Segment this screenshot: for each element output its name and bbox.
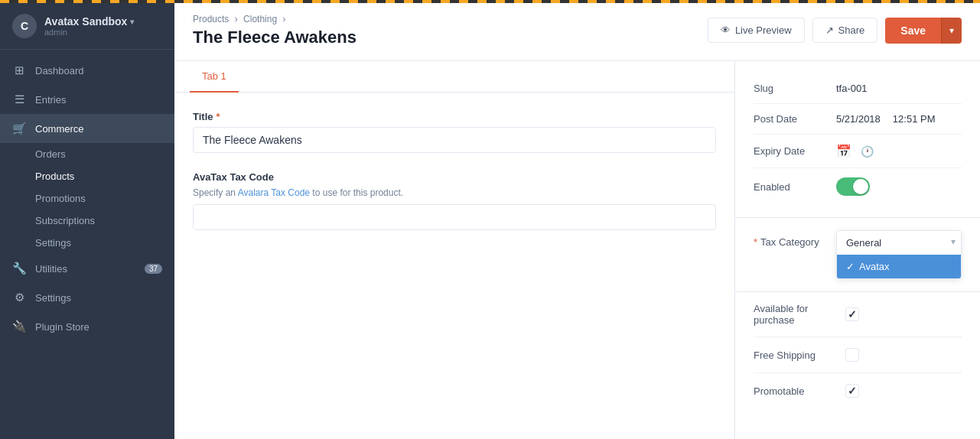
breadcrumb-separator: › <box>235 14 240 24</box>
slug-value: tfa-001 <box>836 83 962 94</box>
eye-icon: 👁 <box>721 24 731 36</box>
promotable-checkbox[interactable]: ✓ <box>845 384 859 398</box>
brand-switcher[interactable]: C Avatax Sandbox ▾ admin <box>0 3 174 50</box>
enabled-row: Enabled <box>754 168 962 205</box>
sidebar-item-label: Settings <box>35 292 71 304</box>
slug-row: Slug tfa-001 <box>754 73 962 104</box>
promotable-label: Promotable <box>754 385 845 397</box>
avatax-helper: Specify an Avalara Tax Code to use for t… <box>193 187 716 198</box>
commerce-icon: 🛒 <box>12 122 26 135</box>
avatax-field-group: AvaTax Tax Code Specify an Avalara Tax C… <box>193 171 716 230</box>
sidebar-item-commerce-settings[interactable]: Settings <box>0 232 174 254</box>
sidebar-item-promotions[interactable]: Promotions <box>0 187 174 210</box>
promotable-row: Promotable ✓ <box>754 373 962 408</box>
available-label: Available for purchase <box>754 303 845 326</box>
sidebar-item-utilities[interactable]: 🔧 Utilities 37 <box>0 254 174 283</box>
free-shipping-row: Free Shipping <box>754 337 962 373</box>
utilities-badge: 37 <box>145 264 162 274</box>
content-area: Tab 1 Title * AvaTax Tax Code Specify an… <box>174 61 980 439</box>
breadcrumb-products[interactable]: Products <box>193 14 229 24</box>
right-panel: Slug tfa-001 Post Date 5/21/2018 12:51 P… <box>735 61 980 439</box>
plugin-icon: 🔌 <box>12 320 26 333</box>
breadcrumb: Products › Clothing › <box>193 14 357 24</box>
avalara-link[interactable]: Avalara Tax Code <box>238 187 310 198</box>
available-checkbox[interactable]: ✓ <box>845 307 859 321</box>
checkmark-icon: ✓ <box>846 261 855 272</box>
clock-icon[interactable]: 🕐 <box>861 145 874 158</box>
checkmark-icon: ✓ <box>848 385 857 397</box>
avatax-input[interactable] <box>193 204 716 230</box>
live-preview-button[interactable]: 👁 Live Preview <box>708 18 805 43</box>
sidebar-item-dashboard[interactable]: ⊞ Dashboard <box>0 56 174 85</box>
sidebar-item-entries[interactable]: ☰ Entries <box>0 85 174 114</box>
tax-option-general[interactable]: General <box>837 231 961 255</box>
slug-label: Slug <box>754 83 830 94</box>
top-stripe <box>0 0 980 3</box>
left-panel: Tab 1 Title * AvaTax Tax Code Specify an… <box>174 61 735 439</box>
tax-category-dropdown: General ✓ Avatax ▾ <box>836 230 962 279</box>
available-row: Available for purchase ✓ <box>754 292 962 337</box>
tab-1[interactable]: Tab 1 <box>190 61 239 93</box>
tax-option-avatax[interactable]: ✓ Avatax <box>837 255 961 278</box>
sidebar-item-settings[interactable]: ⚙ Settings <box>0 283 174 312</box>
save-dropdown-button[interactable]: ▾ <box>941 18 962 44</box>
utilities-icon: 🔧 <box>12 262 26 275</box>
sidebar-item-label: Utilities <box>35 263 67 275</box>
post-date-row: Post Date 5/21/2018 12:51 PM <box>754 104 962 135</box>
meta-section: Slug tfa-001 Post Date 5/21/2018 12:51 P… <box>735 61 980 218</box>
tabs-bar: Tab 1 <box>174 61 734 93</box>
post-date-label: Post Date <box>754 113 830 125</box>
post-date-value: 5/21/2018 12:51 PM <box>836 113 962 125</box>
tax-category-label: Tax Category <box>760 236 819 248</box>
sidebar-item-label: Dashboard <box>35 65 84 76</box>
free-shipping-label: Free Shipping <box>754 350 845 361</box>
chevron-down-icon: ▾ <box>130 18 134 26</box>
commerce-subnav: Orders Products Promotions Subscriptions… <box>0 143 174 254</box>
title-input[interactable] <box>193 127 716 153</box>
free-shipping-checkbox[interactable] <box>845 348 859 362</box>
sidebar-item-label: Entries <box>35 94 66 106</box>
breadcrumb-separator2: › <box>282 14 285 24</box>
enabled-toggle[interactable] <box>836 177 870 196</box>
sidebar-item-label: Commerce <box>35 123 84 135</box>
calendar-icon[interactable]: 📅 <box>836 144 851 158</box>
page-header: Products › Clothing › The Fleece Awakens… <box>174 0 980 61</box>
sidebar-item-orders[interactable]: Orders <box>0 143 174 165</box>
enabled-label: Enabled <box>754 181 830 193</box>
sidebar-item-plugin-store[interactable]: 🔌 Plugin Store <box>0 312 174 341</box>
header-actions: 👁 Live Preview ↗ Share Save ▾ <box>708 18 962 44</box>
save-group: Save ▾ <box>885 18 962 44</box>
entries-icon: ☰ <box>12 93 26 106</box>
brand-role: admin <box>44 28 162 37</box>
avatax-label: AvaTax Tax Code <box>193 171 716 183</box>
required-star: * <box>217 111 220 122</box>
share-button[interactable]: ↗ Share <box>812 18 878 43</box>
dropdown-arrow-icon: ▾ <box>951 236 956 247</box>
main-content: Products › Clothing › The Fleece Awakens… <box>174 0 980 439</box>
settings-icon: ⚙ <box>12 291 26 304</box>
tax-category-section: * Tax Category General ✓ Avatax ▾ <box>735 218 980 292</box>
sidebar-item-subscriptions[interactable]: Subscriptions <box>0 210 174 232</box>
checkmark-icon: ✓ <box>848 308 857 320</box>
avatar: C <box>12 14 37 38</box>
title-label: Title * <box>193 111 716 122</box>
sidebar-nav: ⊞ Dashboard ☰ Entries 🛒 Commerce Orders … <box>0 50 174 439</box>
sidebar-item-products[interactable]: Products <box>0 165 174 187</box>
title-field-group: Title * <box>193 111 716 153</box>
breadcrumb-clothing[interactable]: Clothing <box>243 14 277 24</box>
share-icon: ↗ <box>825 24 834 36</box>
dashboard-icon: ⊞ <box>12 63 26 77</box>
sidebar: C Avatax Sandbox ▾ admin ⊞ Dashboard ☰ E… <box>0 0 174 439</box>
expiry-date-label: Expiry Date <box>754 145 830 157</box>
sidebar-item-label: Plugin Store <box>35 321 90 333</box>
page-title: The Fleece Awakens <box>193 28 357 47</box>
brand-name: Avatax Sandbox <box>44 15 127 28</box>
save-button[interactable]: Save <box>885 18 941 44</box>
checkbox-section: Available for purchase ✓ Free Shipping P… <box>735 292 980 408</box>
sidebar-item-commerce[interactable]: 🛒 Commerce <box>0 114 174 143</box>
expiry-date-row: Expiry Date 📅 🕐 <box>754 135 962 168</box>
form-section: Title * AvaTax Tax Code Specify an Avala… <box>174 93 734 267</box>
